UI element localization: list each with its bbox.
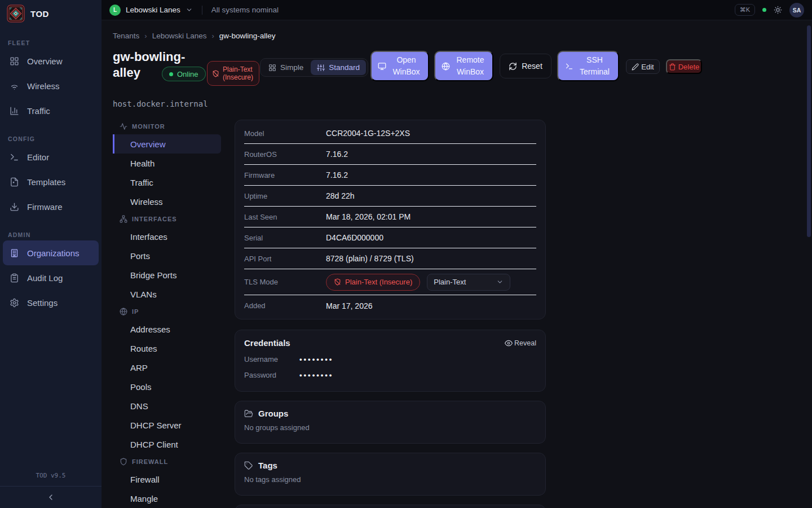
sidebar-item-firmware[interactable]: Firmware [3, 194, 99, 219]
detail-row-uptime: Uptime 28d 22h [244, 186, 536, 207]
edit-button[interactable]: Edit [626, 59, 660, 74]
tenant-switcher[interactable]: L Lebowski Lanes [109, 5, 193, 16]
sidebar-item-traffic[interactable]: Traffic [3, 98, 99, 123]
toggle-option-label: Simple [280, 63, 303, 72]
tls-select-value: Plain-Text [434, 278, 466, 286]
button-label: Reset [522, 62, 542, 71]
sidebar-item-templates[interactable]: Templates [3, 169, 99, 194]
subnav-item-arp[interactable]: ARP [113, 358, 221, 377]
subnav-item-health[interactable]: Health [113, 154, 221, 173]
subnav-item-routes[interactable]: Routes [113, 339, 221, 358]
user-avatar[interactable]: SA [789, 3, 804, 17]
detail-label: Uptime [244, 192, 326, 200]
file-icon [10, 177, 19, 187]
sidebar-item-label: Wireless [27, 81, 60, 91]
subnav-item-label: ARP [130, 363, 148, 373]
detail-row-firmware: Firmware 7.16.2 [244, 165, 536, 186]
scrollbar-thumb[interactable] [807, 25, 811, 237]
sidebar-footer: TOD v9.5 [0, 472, 102, 508]
breadcrumb-separator: › [144, 32, 147, 40]
command-palette-shortcut[interactable]: ⌘K [735, 4, 755, 16]
breadcrumb-tenant[interactable]: Lebowski Lanes [152, 32, 207, 40]
subnav-item-traffic[interactable]: Traffic [113, 173, 221, 192]
subnav-item-firewall[interactable]: Firewall [113, 470, 221, 489]
credential-row-username: Username •••••••• [244, 355, 536, 364]
toggle-option-label: Standard [329, 63, 360, 72]
status-badge-label: Online [177, 70, 198, 78]
subnav-item-mangle[interactable]: Mangle [113, 489, 221, 508]
sidebar-item-settings[interactable]: Settings [3, 290, 99, 315]
subnav-group-firewall: FIREWALL [113, 454, 221, 470]
sidebar-item-audit-log[interactable]: Audit Log [3, 265, 99, 290]
device-subnav: MONITOR Overview Health Traffic Wireless… [113, 119, 221, 508]
reveal-label: Reveal [514, 339, 536, 347]
tags-title: Tags [258, 461, 277, 470]
globe-icon [120, 308, 127, 316]
breadcrumb-current: gw-bowling-alley [219, 32, 276, 40]
building-icon [10, 248, 19, 258]
detail-value: Mar 17, 2026 [326, 301, 373, 310]
brand[interactable]: TOD [0, 0, 102, 27]
download-icon [10, 202, 19, 212]
detail-value: 8728 (plain) / 8729 (TLS) [326, 254, 414, 263]
subnav-item-addresses[interactable]: Addresses [113, 319, 221, 339]
subnav-item-dns[interactable]: DNS [113, 396, 221, 415]
reset-button[interactable]: Reset [500, 54, 551, 78]
detail-row-added: Added Mar 17, 2026 [244, 295, 536, 316]
tenant-avatar: L [109, 5, 121, 16]
shield-icon [120, 458, 127, 466]
credential-masked-value: •••••••• [299, 355, 333, 364]
detail-row-serial: Serial D4CA6D000000 [244, 227, 536, 248]
subnav-item-label: Interfaces [130, 232, 167, 242]
remote-winbox-button[interactable]: Remote WinBox [434, 51, 493, 81]
system-status: All systems nominal [211, 6, 279, 14]
sidebar-item-wireless[interactable]: Wireless [3, 73, 99, 98]
brand-name: TOD [30, 9, 49, 19]
subnav-item-label: DNS [130, 401, 148, 411]
subnav-item-interfaces[interactable]: Interfaces [113, 227, 221, 246]
sidebar-item-overview[interactable]: Overview [3, 49, 99, 73]
tls-mode-select[interactable]: Plain-Text [427, 274, 510, 291]
sidebar-item-editor[interactable]: Editor [3, 144, 99, 169]
subnav-item-bridge-ports[interactable]: Bridge Ports [113, 265, 221, 284]
sidebar-collapse-button[interactable] [0, 487, 102, 508]
tls-badge-label: Plain-Text (Insecure) [345, 278, 412, 286]
subnav-item-vlans[interactable]: VLANs [113, 284, 221, 304]
sidebar-item-label: Organizations [27, 248, 80, 258]
app-root: TOD FLEET Overview Wireless Traffic CONF… [0, 0, 812, 508]
subnav-item-wireless[interactable]: Wireless [113, 192, 221, 211]
bar-chart-icon [10, 106, 19, 116]
groups-title: Groups [258, 409, 288, 418]
subnav-item-label: Overview [130, 139, 166, 149]
groups-card: Groups No groups assigned [235, 401, 546, 444]
subnav-item-label: Mangle [130, 494, 158, 503]
online-dot-icon [169, 72, 173, 76]
ssh-terminal-button[interactable]: SSH Terminal [557, 51, 619, 81]
toggle-option-simple[interactable]: Simple [262, 60, 310, 75]
reveal-button[interactable]: Reveal [505, 339, 536, 347]
sidebar-item-organizations[interactable]: Organizations [3, 240, 99, 265]
delete-button[interactable]: Delete [666, 59, 702, 74]
subnav-item-dhcp-server[interactable]: DHCP Server [113, 415, 221, 435]
subnav-item-label: VLANs [130, 290, 157, 299]
button-label: SSH Terminal [578, 54, 612, 78]
subnav-item-ports[interactable]: Ports [113, 246, 221, 265]
sidebar: TOD FLEET Overview Wireless Traffic CONF… [0, 0, 102, 508]
eye-icon [505, 339, 513, 347]
sidebar-item-label: Editor [27, 152, 49, 162]
detail-value: 7.16.2 [326, 150, 348, 159]
tls-mode-controls: Plain-Text (Insecure) Plain-Text [326, 274, 510, 291]
sidebar-section-fleet: FLEET [8, 40, 94, 46]
subnav-item-pools[interactable]: Pools [113, 377, 221, 396]
sidebar-item-label: Firmware [27, 202, 63, 212]
subnav-item-dhcp-client[interactable]: DHCP Client [113, 435, 221, 454]
toggle-option-standard[interactable]: Standard [311, 60, 366, 75]
network-icon [120, 215, 127, 223]
subnav-item-label: DHCP Client [130, 440, 178, 449]
refresh-icon [509, 62, 517, 71]
theme-toggle-button[interactable] [774, 6, 782, 14]
breadcrumb-tenants[interactable]: Tenants [113, 32, 139, 40]
open-winbox-button[interactable]: Open WinBox [370, 51, 429, 81]
terminal-icon [565, 62, 573, 71]
subnav-item-overview[interactable]: Overview [113, 134, 221, 154]
